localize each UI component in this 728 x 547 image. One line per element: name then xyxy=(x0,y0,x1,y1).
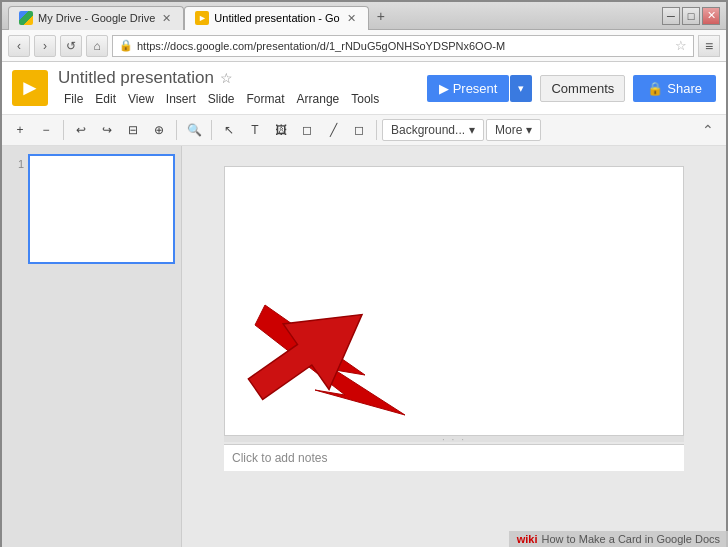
doc-title-text[interactable]: Untitled presentation xyxy=(58,68,214,88)
maximize-button[interactable]: □ xyxy=(682,7,700,25)
more-arrow-icon: ▾ xyxy=(526,123,532,137)
notes-placeholder: Click to add notes xyxy=(232,451,327,465)
menu-slide[interactable]: Slide xyxy=(202,90,241,108)
menu-file[interactable]: File xyxy=(58,90,89,108)
forward-button[interactable]: › xyxy=(34,35,56,57)
toolbar-text-button[interactable]: T xyxy=(243,118,267,142)
home-button[interactable]: ⌂ xyxy=(86,35,108,57)
toolbar: + − ↩ ↪ ⊟ ⊕ 🔍 ↖ T 🖼 ◻ ╱ ◻ Background... … xyxy=(2,115,726,146)
share-label: Share xyxy=(667,81,702,96)
title-bar: My Drive - Google Drive ✕ ► Untitled pre… xyxy=(2,2,726,30)
notes-bar[interactable]: Click to add notes xyxy=(224,444,684,471)
toolbar-zoom-button[interactable]: 🔍 xyxy=(182,118,206,142)
background-arrow-icon: ▾ xyxy=(469,123,475,137)
present-label: Present xyxy=(453,81,498,96)
toolbar-background-button[interactable]: Background... ▾ xyxy=(382,119,484,141)
header-actions: ▶ Present ▾ Comments 🔒 Share xyxy=(427,75,716,102)
app-header: ► Untitled presentation ☆ File Edit View… xyxy=(2,62,726,115)
toolbar-separator-4 xyxy=(376,120,377,140)
menu-format[interactable]: Format xyxy=(241,90,291,108)
toolbar-line-button[interactable]: ╱ xyxy=(321,118,345,142)
tab-slides[interactable]: ► Untitled presentation - Go ✕ xyxy=(184,6,368,30)
menu-arrange[interactable]: Arrange xyxy=(291,90,346,108)
toolbar-image-button[interactable]: 🖼 xyxy=(269,118,293,142)
slide-1-row: 1 xyxy=(8,154,175,264)
address-bar: ‹ › ↺ ⌂ 🔒 https://docs.google.com/presen… xyxy=(2,30,726,62)
tab-slides-label: Untitled presentation - Go xyxy=(214,12,339,24)
window-controls: ─ □ ✕ xyxy=(662,7,720,25)
slides-panel: 1 xyxy=(2,146,182,547)
toolbar-separator-1 xyxy=(63,120,64,140)
refresh-button[interactable]: ↺ xyxy=(60,35,82,57)
background-label: Background... xyxy=(391,123,465,137)
share-button[interactable]: 🔒 Share xyxy=(633,75,716,102)
slide-1-number: 1 xyxy=(8,154,24,170)
slide-1-thumbnail[interactable] xyxy=(28,154,175,264)
tab-drive[interactable]: My Drive - Google Drive ✕ xyxy=(8,6,184,30)
comments-button[interactable]: Comments xyxy=(540,75,625,102)
new-tab-button[interactable]: + xyxy=(369,8,393,24)
lock-icon: 🔒 xyxy=(119,39,133,52)
present-button-group: ▶ Present ▾ xyxy=(427,75,533,102)
slides-icon: ► xyxy=(195,11,209,25)
tab-slides-close[interactable]: ✕ xyxy=(345,12,358,25)
present-button[interactable]: ▶ Present xyxy=(427,75,510,102)
doc-title: Untitled presentation ☆ xyxy=(58,68,417,88)
app-menu-bar: File Edit View Insert Slide Format Arran… xyxy=(58,90,417,108)
main-area: 1 xyxy=(2,146,726,547)
toolbar-redo-button[interactable]: ↪ xyxy=(95,118,119,142)
close-button[interactable]: ✕ xyxy=(702,7,720,25)
toolbar-shapes-button[interactable]: ◻ xyxy=(295,118,319,142)
url-text: https://docs.google.com/presentation/d/1… xyxy=(137,40,671,52)
tab-bar: My Drive - Google Drive ✕ ► Untitled pre… xyxy=(8,2,662,30)
toolbar-more-button[interactable]: More ▾ xyxy=(486,119,541,141)
more-label: More xyxy=(495,123,522,137)
canvas-area: · · · Click to add notes xyxy=(182,146,726,547)
toolbar-collapse-button[interactable]: ⌃ xyxy=(696,118,720,142)
present-dropdown-button[interactable]: ▾ xyxy=(510,75,532,102)
menu-edit[interactable]: Edit xyxy=(89,90,122,108)
toolbar-comment-button[interactable]: ◻ xyxy=(347,118,371,142)
menu-tools[interactable]: Tools xyxy=(345,90,385,108)
toolbar-zoom-out-button[interactable]: − xyxy=(34,118,58,142)
tab-drive-close[interactable]: ✕ xyxy=(160,12,173,25)
slide-canvas-inner xyxy=(225,167,683,435)
svg-marker-2 xyxy=(235,295,386,424)
toolbar-zoom-in-button[interactable]: + xyxy=(8,118,32,142)
toolbar-separator-2 xyxy=(176,120,177,140)
wikihow-bar: wiki How to Make a Card in Google Docs xyxy=(509,531,728,547)
slide-canvas[interactable] xyxy=(224,166,684,436)
menu-insert[interactable]: Insert xyxy=(160,90,202,108)
wikihow-text: How to Make a Card in Google Docs xyxy=(541,533,720,545)
share-lock-icon: 🔒 xyxy=(647,81,663,96)
browser-menu-button[interactable]: ≡ xyxy=(698,35,720,57)
present-icon: ▶ xyxy=(439,81,449,96)
wikihow-logo: wiki xyxy=(517,533,538,545)
minimize-button[interactable]: ─ xyxy=(662,7,680,25)
toolbar-print-button[interactable]: ⊟ xyxy=(121,118,145,142)
slides-logo: ► xyxy=(12,70,48,106)
toolbar-select-button[interactable]: ↖ xyxy=(217,118,241,142)
drive-icon xyxy=(19,11,33,25)
browser-window: My Drive - Google Drive ✕ ► Untitled pre… xyxy=(0,0,728,547)
bookmark-star-icon[interactable]: ☆ xyxy=(675,38,687,53)
toolbar-undo-button[interactable]: ↩ xyxy=(69,118,93,142)
slides-logo-icon: ► xyxy=(19,75,41,101)
menu-view[interactable]: View xyxy=(122,90,160,108)
url-bar[interactable]: 🔒 https://docs.google.com/presentation/d… xyxy=(112,35,694,57)
doc-title-area: Untitled presentation ☆ File Edit View I… xyxy=(58,68,417,108)
back-button[interactable]: ‹ xyxy=(8,35,30,57)
toolbar-paint-format-button[interactable]: ⊕ xyxy=(147,118,171,142)
doc-star-icon[interactable]: ☆ xyxy=(220,70,233,86)
toolbar-separator-3 xyxy=(211,120,212,140)
tab-drive-label: My Drive - Google Drive xyxy=(38,12,155,24)
resize-handle[interactable]: · · · xyxy=(224,436,684,442)
red-arrow xyxy=(235,295,455,425)
